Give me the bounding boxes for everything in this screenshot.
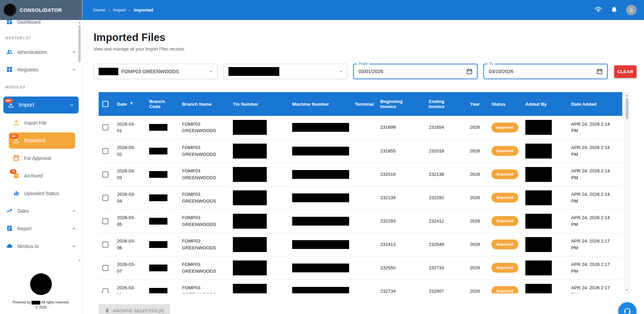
row-checkbox[interactable]	[102, 242, 108, 248]
column-header-date: Date	[117, 102, 127, 107]
archive-selected-button[interactable]: ARCHIVE SELECTED (0)	[99, 304, 170, 314]
scroll-down-arrow[interactable]: ▼	[77, 259, 82, 262]
sidebar-item-archived[interactable]: 78 Archived	[0, 167, 82, 185]
date-from-field[interactable]: From 03/01/2026	[353, 64, 478, 79]
sidebar-item-for-approval[interactable]: For Approval	[0, 149, 82, 167]
breadcrumb-separator: ›	[129, 7, 131, 13]
select-all-checkbox[interactable]	[102, 101, 108, 107]
cell-year: 2026	[463, 139, 487, 163]
cell-date: 2026-03-04	[112, 186, 144, 209]
status-badge: Imported	[491, 193, 518, 203]
user-avatar[interactable]: S	[626, 5, 637, 15]
sidebar-item-athentications[interactable]: Athentications	[0, 43, 82, 61]
calendar-picker-icon[interactable]	[596, 68, 603, 75]
clear-button[interactable]: CLEAR	[614, 65, 637, 78]
assistant-fab[interactable]	[618, 302, 637, 314]
redacted-machine-number	[292, 287, 349, 294]
cell-ending-invoice: 232138	[424, 163, 463, 186]
section-label-modules: MODULES	[0, 79, 82, 92]
cell-date: 2026-03-07	[112, 256, 144, 279]
chevron-up-icon	[71, 49, 77, 55]
column-header-terminal: Terminal	[350, 92, 376, 116]
cell-terminal	[350, 279, 376, 293]
table-scrollbar[interactable]: ▲ ▼	[624, 92, 629, 293]
page-subtitle: View and manage all your Import Files re…	[94, 46, 644, 51]
column-header-beginning-invoice: Beginning Invoice	[376, 92, 424, 116]
row-checkbox[interactable]	[102, 265, 108, 271]
status-badge: Imported	[491, 146, 518, 156]
row-checkbox[interactable]	[102, 124, 108, 130]
cell-beginning-invoice: 231699	[376, 116, 424, 139]
branch-select[interactable]: FOMP03 GREENWOODS	[94, 64, 218, 79]
breadcrumb-imported: Imported	[134, 7, 153, 13]
cell-date: 2026-03-02	[112, 139, 144, 163]
sidebar-item-imported[interactable]: 99+ Imported	[9, 132, 75, 149]
footer-copyright: © 2026	[0, 306, 82, 309]
scroll-up-arrow[interactable]: ▲	[624, 94, 629, 97]
cell-date-added: APR 24, 2026 2:14 PM	[566, 139, 622, 163]
status-badge: Imported	[491, 286, 518, 293]
cell-branch-name: FOMP03 GREENWOODS	[177, 116, 228, 139]
date-to-field[interactable]: To 03/10/2026	[483, 64, 608, 79]
redacted-added-by	[525, 260, 552, 275]
app-window: CONSOLIDATOR Dashboard MASTERLIST Athent…	[0, 0, 644, 314]
date-filter-icon[interactable]	[129, 101, 134, 107]
cell-terminal	[350, 233, 376, 256]
sidebar-item-report[interactable]: Report	[0, 220, 82, 237]
upload-icon	[13, 119, 20, 127]
cell-year: 2026	[463, 233, 487, 256]
redacted-added-by	[525, 144, 552, 159]
cell-year: 2026	[463, 186, 487, 209]
scrollbar-thumb[interactable]	[78, 25, 81, 62]
bar-chart-icon	[13, 190, 20, 197]
sidebar-item-uploaded-status[interactable]: Uploaded Status	[0, 185, 82, 202]
row-checkbox[interactable]	[102, 288, 108, 294]
cell-date-added: APR 24, 2026 2:14 PM	[566, 209, 622, 233]
cell-beginning-invoice: 232139	[376, 186, 424, 209]
redacted-select-value	[228, 67, 279, 76]
scroll-up-arrow[interactable]: ▲	[77, 21, 82, 24]
row-checkbox[interactable]	[102, 148, 108, 154]
row-checkbox[interactable]	[102, 171, 108, 177]
sidebar-item-import-file[interactable]: Import File	[0, 114, 82, 132]
sidebar-item-nimbus-ai[interactable]: Nimbus AI	[0, 237, 82, 255]
redacted-branch-code	[149, 148, 167, 154]
redacted-branch-code	[149, 288, 167, 294]
column-header-machine-number: Machine Number	[287, 92, 350, 116]
cell-ending-invoice: 232412	[424, 209, 463, 233]
chevron-down-icon	[339, 69, 343, 74]
breadcrumb-home[interactable]: Home	[93, 7, 105, 13]
cell-ending-invoice: 232907	[424, 279, 463, 293]
sidebar-item-registries[interactable]: Registries	[0, 61, 82, 79]
table-row: 2026-03-04 FOMP03 GREENWOODS 232139 2322…	[99, 186, 622, 209]
section-label-masterlist: MASTERLIST	[0, 29, 82, 43]
redacted-machine-number	[292, 123, 349, 132]
scrollbar-thumb[interactable]	[626, 98, 628, 119]
cell-date: 2026-03-08	[112, 279, 144, 293]
breadcrumb-import[interactable]: Import	[113, 7, 126, 13]
cell-ending-invoice: 232292	[424, 186, 463, 209]
bell-icon[interactable]	[610, 6, 618, 15]
cell-date-added: APR 24, 2026 2:14 PM	[566, 116, 622, 139]
branch-select-value: FOMP03 GREENWOODS	[121, 69, 179, 74]
sidebar-item-import[interactable]: 99+ Import	[3, 97, 79, 113]
row-checkbox[interactable]	[102, 218, 108, 224]
redacted-tin-number	[233, 120, 267, 135]
scroll-down-arrow[interactable]: ▼	[624, 289, 629, 292]
row-checkbox[interactable]	[102, 195, 108, 201]
status-badge: Imported	[491, 169, 518, 179]
brand-logo	[4, 4, 16, 16]
calendar-picker-icon[interactable]	[466, 68, 473, 75]
grid-icon	[6, 66, 13, 74]
sidebar-scrollbar[interactable]: ▲ ▼	[77, 20, 82, 263]
main-area: Home › Import › Imported S Imported File…	[82, 0, 644, 314]
redacted-added-by	[525, 167, 552, 182]
sidebar-item-dashboard[interactable]: Dashboard	[0, 20, 82, 29]
imported-files-table: Date Branch Code Branch Name Tin Number	[99, 92, 622, 293]
sidebar-item-sales[interactable]: Sales	[0, 202, 82, 220]
secondary-filter-select[interactable]	[223, 64, 347, 79]
cell-year: 2026	[463, 163, 487, 186]
table-row: 2026-03-06 FOMP03 GREENWOODS 232413 2325…	[99, 233, 622, 256]
cell-beginning-invoice: 231855	[376, 139, 424, 163]
table-header: Date Branch Code Branch Name Tin Number	[99, 92, 622, 116]
